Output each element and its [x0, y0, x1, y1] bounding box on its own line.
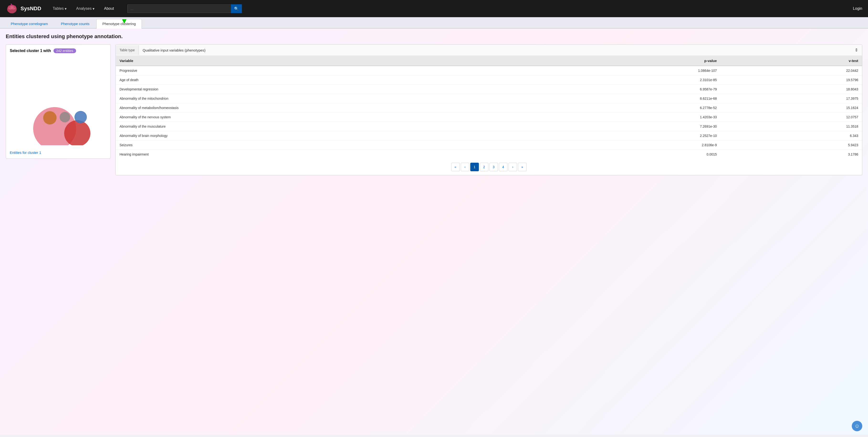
search-input[interactable] [127, 4, 231, 13]
cluster-header: Selected cluster 1 with 242 entities [10, 49, 107, 53]
col-header-vtest: v-test [720, 56, 862, 66]
cluster-bubble-3[interactable] [43, 111, 57, 125]
feedback-icon: ☺ [855, 423, 860, 429]
table-row: Abnormality of the musculature 7.2691e-3… [116, 122, 862, 131]
cell-vtest: 15.1624 [720, 103, 862, 113]
cell-variable: Age of death [116, 75, 548, 85]
table-header: Variable p-value v-test [116, 56, 862, 66]
table-row: Hearing impairment 0.0015 3.1786 [116, 150, 862, 159]
cell-pvalue: 1.0864e-107 [548, 66, 720, 75]
cell-vtest: 6.343 [720, 131, 862, 141]
left-panel: Selected cluster 1 with 242 entities [6, 44, 111, 159]
main-content: Entities clustered using phenotype annot… [0, 29, 868, 435]
cell-pvalue: 2.8106e-9 [548, 141, 720, 150]
cell-pvalue: 0.0015 [548, 150, 720, 159]
search-icon: 🔍 [234, 7, 239, 11]
green-arrow-indicator: ▼ [121, 17, 128, 25]
cluster-svg [13, 59, 103, 145]
cluster-entities-link[interactable]: Entities for cluster 1 [10, 151, 107, 155]
cell-variable: Developmental regression [116, 85, 548, 94]
pagination: « ‹ 1 2 3 4 › » [116, 159, 862, 175]
navbar: SysNDD Tables ▾ Analyses ▾ About 🔍 Login… [0, 0, 868, 17]
cell-variable: Seizures [116, 141, 548, 150]
cell-vtest: 18.8043 [720, 85, 862, 94]
pagination-first[interactable]: « [451, 163, 460, 171]
nav-about[interactable]: About [100, 4, 118, 13]
cell-pvalue: 7.2691e-30 [548, 122, 720, 131]
cell-vtest: 12.0757 [720, 113, 862, 122]
cell-vtest: 3.1786 [720, 150, 862, 159]
pagination-prev[interactable]: ‹ [461, 163, 469, 171]
entity-count-badge: 242 entities [54, 49, 76, 53]
feedback-button[interactable]: ☺ [852, 421, 862, 431]
col-header-pvalue: p-value [548, 56, 720, 66]
cell-pvalue: 8.6211e-68 [548, 94, 720, 103]
pagination-page-1[interactable]: 1 [470, 163, 479, 171]
cell-pvalue: 2.3101e-85 [548, 75, 720, 85]
table-row: Developmental regression 6.9587e-79 18.8… [116, 85, 862, 94]
search-area: 🔍 [127, 4, 242, 13]
cluster-visualization [10, 57, 107, 148]
cell-pvalue: 2.2527e-10 [548, 131, 720, 141]
table-body: Progressive 1.0864e-107 22.0442 Age of d… [116, 66, 862, 159]
nav-analyses[interactable]: Analyses ▾ [72, 4, 98, 13]
svg-point-4 [13, 5, 16, 8]
svg-point-3 [8, 5, 10, 8]
cell-vtest: 19.5796 [720, 75, 862, 85]
table-row: Seizures 2.8106e-9 5.9423 [116, 141, 862, 150]
cell-variable: Abnormality of the nervous system [116, 113, 548, 122]
cluster-bubble-2[interactable] [64, 120, 90, 145]
table-row: Progressive 1.0864e-107 22.0442 [116, 66, 862, 75]
cell-pvalue: 1.4203e-33 [548, 113, 720, 122]
page-title: Entities clustered using phenotype annot… [6, 33, 862, 40]
login-button[interactable]: Login [853, 6, 862, 11]
nav-tables[interactable]: Tables ▾ [49, 4, 70, 13]
table-type-select[interactable]: Qualitative input variables (phenotypes) [139, 45, 851, 55]
cell-variable: Abnormality of brain morphology [116, 131, 548, 141]
cell-pvalue: 6.2778e-52 [548, 103, 720, 113]
cell-vtest: 22.0442 [720, 66, 862, 75]
tab-phenotype-clustering[interactable]: Phenotype clustering [96, 19, 142, 29]
pagination-last[interactable]: » [518, 163, 527, 171]
pagination-page-4[interactable]: 4 [499, 163, 507, 171]
tab-phenotype-counts[interactable]: Phenotype counts [55, 19, 95, 28]
cell-variable: Progressive [116, 66, 548, 75]
pagination-page-3[interactable]: 3 [489, 163, 498, 171]
cell-pvalue: 6.9587e-79 [548, 85, 720, 94]
search-button[interactable]: 🔍 [231, 4, 242, 13]
pagination-page-2[interactable]: 2 [480, 163, 488, 171]
right-panel: Table type Qualitative input variables (… [116, 44, 862, 175]
data-table: Variable p-value v-test Progressive 1.08… [116, 56, 862, 159]
cell-vtest: 5.9423 [720, 141, 862, 150]
table-row: Abnormality of the nervous system 1.4203… [116, 113, 862, 122]
table-type-label: Table type [116, 45, 139, 55]
select-dropdown-icon: ⇕ [851, 44, 862, 56]
cell-vtest: 17.3975 [720, 94, 862, 103]
dropdown-arrow-tables-icon: ▾ [65, 6, 67, 11]
tab-phenotype-correlogram[interactable]: Phenotype correlogram [5, 19, 54, 28]
cell-variable: Abnormality of the musculature [116, 122, 548, 131]
cell-variable: Abnormality of the mitochondrion [116, 94, 548, 103]
brand-name: SysNDD [21, 5, 41, 12]
table-row: Abnormality of brain morphology 2.2527e-… [116, 131, 862, 141]
brain-logo-icon [6, 2, 18, 15]
tabs-bar: Phenotype correlogram Phenotype counts P… [0, 17, 868, 29]
table-row: Abnormality of the mitochondrion 8.6211e… [116, 94, 862, 103]
pagination-next[interactable]: › [508, 163, 517, 171]
cell-variable: Hearing impairment [116, 150, 548, 159]
brand: SysNDD [6, 2, 41, 15]
cell-variable: Abnormality of metabolism/homeostasis [116, 103, 548, 113]
table-row: Abnormality of metabolism/homeostasis 6.… [116, 103, 862, 113]
cluster-bubble-4[interactable] [60, 112, 70, 122]
cluster-header-text: Selected cluster 1 with [10, 49, 51, 53]
col-header-variable: Variable [116, 56, 548, 66]
cell-vtest: 11.3518 [720, 122, 862, 131]
nav-links: Tables ▾ Analyses ▾ About [49, 4, 118, 13]
cluster-bubble-5[interactable] [74, 111, 87, 123]
table-row: Age of death 2.3101e-85 19.5796 [116, 75, 862, 85]
table-type-row: Table type Qualitative input variables (… [116, 44, 862, 56]
dropdown-arrow-analyses-icon: ▾ [93, 6, 94, 11]
svg-point-6 [11, 4, 12, 4]
two-column-layout: Selected cluster 1 with 242 entities [6, 44, 862, 175]
